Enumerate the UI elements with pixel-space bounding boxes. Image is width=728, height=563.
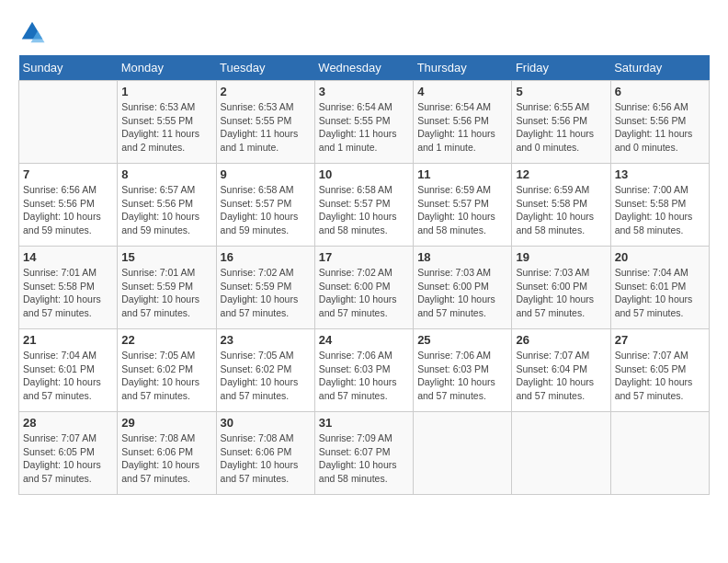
day-number: 8 bbox=[121, 167, 211, 181]
col-header-saturday: Saturday bbox=[610, 55, 709, 81]
day-number: 11 bbox=[417, 167, 507, 181]
header-row: SundayMondayTuesdayWednesdayThursdayFrid… bbox=[19, 55, 710, 81]
day-info: Sunrise: 7:05 AM Sunset: 6:02 PM Dayligh… bbox=[121, 349, 211, 403]
day-number: 3 bbox=[319, 85, 409, 98]
calendar-cell: 17Sunrise: 7:02 AM Sunset: 6:00 PM Dayli… bbox=[314, 247, 413, 329]
day-info: Sunrise: 7:07 AM Sunset: 6:04 PM Dayligh… bbox=[516, 349, 606, 403]
day-info: Sunrise: 6:56 AM Sunset: 5:56 PM Dayligh… bbox=[23, 183, 113, 237]
day-number: 29 bbox=[121, 416, 211, 430]
day-info: Sunrise: 7:01 AM Sunset: 5:59 PM Dayligh… bbox=[121, 266, 211, 320]
calendar-cell: 26Sunrise: 7:07 AM Sunset: 6:04 PM Dayli… bbox=[512, 329, 610, 412]
day-number: 20 bbox=[615, 250, 705, 264]
day-number: 24 bbox=[319, 333, 409, 347]
calendar-cell: 22Sunrise: 7:05 AM Sunset: 6:02 PM Dayli… bbox=[118, 329, 216, 412]
calendar-cell: 12Sunrise: 6:59 AM Sunset: 5:58 PM Dayli… bbox=[512, 164, 610, 247]
calendar-cell: 24Sunrise: 7:06 AM Sunset: 6:03 PM Dayli… bbox=[314, 329, 413, 412]
day-number: 4 bbox=[417, 85, 507, 98]
col-header-wednesday: Wednesday bbox=[314, 55, 413, 81]
calendar-cell: 7Sunrise: 6:56 AM Sunset: 5:56 PM Daylig… bbox=[19, 164, 118, 247]
col-header-sunday: Sunday bbox=[19, 55, 118, 81]
day-info: Sunrise: 7:06 AM Sunset: 6:03 PM Dayligh… bbox=[417, 349, 507, 403]
day-number: 18 bbox=[417, 250, 507, 264]
calendar-cell: 11Sunrise: 6:59 AM Sunset: 5:57 PM Dayli… bbox=[414, 164, 512, 247]
week-row-1: 1Sunrise: 6:53 AM Sunset: 5:55 PM Daylig… bbox=[19, 81, 710, 164]
logo-icon bbox=[18, 18, 46, 46]
day-info: Sunrise: 6:54 AM Sunset: 5:55 PM Dayligh… bbox=[319, 100, 409, 155]
day-info: Sunrise: 7:05 AM Sunset: 6:02 PM Dayligh… bbox=[221, 349, 311, 403]
day-info: Sunrise: 7:00 AM Sunset: 5:58 PM Dayligh… bbox=[615, 183, 705, 237]
day-number: 13 bbox=[615, 167, 705, 181]
day-number: 19 bbox=[516, 250, 606, 264]
week-row-3: 14Sunrise: 7:01 AM Sunset: 5:58 PM Dayli… bbox=[19, 247, 710, 329]
calendar-cell: 10Sunrise: 6:58 AM Sunset: 5:57 PM Dayli… bbox=[314, 164, 413, 247]
day-number: 1 bbox=[121, 85, 211, 98]
day-info: Sunrise: 7:03 AM Sunset: 6:00 PM Dayligh… bbox=[516, 266, 606, 320]
calendar-cell: 21Sunrise: 7:04 AM Sunset: 6:01 PM Dayli… bbox=[19, 329, 118, 412]
day-number: 7 bbox=[23, 167, 113, 181]
day-number: 16 bbox=[221, 250, 311, 264]
day-info: Sunrise: 6:54 AM Sunset: 5:56 PM Dayligh… bbox=[417, 100, 507, 155]
logo bbox=[18, 18, 50, 46]
calendar-table: SundayMondayTuesdayWednesdayThursdayFrid… bbox=[18, 55, 710, 495]
day-number: 26 bbox=[516, 333, 606, 347]
calendar-cell: 27Sunrise: 7:07 AM Sunset: 6:05 PM Dayli… bbox=[610, 329, 709, 412]
day-info: Sunrise: 7:04 AM Sunset: 6:01 PM Dayligh… bbox=[23, 349, 113, 403]
day-number: 30 bbox=[221, 416, 311, 430]
day-info: Sunrise: 7:03 AM Sunset: 6:00 PM Dayligh… bbox=[417, 266, 507, 320]
calendar-cell bbox=[19, 81, 118, 164]
calendar-cell: 5Sunrise: 6:55 AM Sunset: 5:56 PM Daylig… bbox=[512, 81, 610, 164]
day-number: 2 bbox=[221, 85, 311, 98]
calendar-cell: 30Sunrise: 7:08 AM Sunset: 6:06 PM Dayli… bbox=[216, 412, 314, 495]
calendar-cell bbox=[414, 412, 512, 495]
calendar-cell: 19Sunrise: 7:03 AM Sunset: 6:00 PM Dayli… bbox=[512, 247, 610, 329]
day-info: Sunrise: 7:01 AM Sunset: 5:58 PM Dayligh… bbox=[23, 266, 113, 320]
calendar-cell: 8Sunrise: 6:57 AM Sunset: 5:56 PM Daylig… bbox=[118, 164, 216, 247]
day-info: Sunrise: 6:57 AM Sunset: 5:56 PM Dayligh… bbox=[121, 183, 211, 237]
day-info: Sunrise: 7:04 AM Sunset: 6:01 PM Dayligh… bbox=[615, 266, 705, 320]
calendar-cell: 13Sunrise: 7:00 AM Sunset: 5:58 PM Dayli… bbox=[610, 164, 709, 247]
calendar-cell: 15Sunrise: 7:01 AM Sunset: 5:59 PM Dayli… bbox=[118, 247, 216, 329]
col-header-monday: Monday bbox=[118, 55, 216, 81]
day-number: 14 bbox=[23, 250, 113, 264]
day-info: Sunrise: 6:53 AM Sunset: 5:55 PM Dayligh… bbox=[221, 100, 311, 155]
day-info: Sunrise: 7:02 AM Sunset: 5:59 PM Dayligh… bbox=[221, 266, 311, 320]
calendar-cell: 3Sunrise: 6:54 AM Sunset: 5:55 PM Daylig… bbox=[314, 81, 413, 164]
week-row-2: 7Sunrise: 6:56 AM Sunset: 5:56 PM Daylig… bbox=[19, 164, 710, 247]
calendar-cell: 4Sunrise: 6:54 AM Sunset: 5:56 PM Daylig… bbox=[414, 81, 512, 164]
calendar-cell: 9Sunrise: 6:58 AM Sunset: 5:57 PM Daylig… bbox=[216, 164, 314, 247]
calendar-cell bbox=[512, 412, 610, 495]
calendar-cell bbox=[610, 412, 709, 495]
calendar-cell: 20Sunrise: 7:04 AM Sunset: 6:01 PM Dayli… bbox=[610, 247, 709, 329]
day-number: 5 bbox=[516, 85, 606, 98]
calendar-cell: 16Sunrise: 7:02 AM Sunset: 5:59 PM Dayli… bbox=[216, 247, 314, 329]
calendar-cell: 23Sunrise: 7:05 AM Sunset: 6:02 PM Dayli… bbox=[216, 329, 314, 412]
day-info: Sunrise: 6:58 AM Sunset: 5:57 PM Dayligh… bbox=[221, 183, 311, 237]
week-row-5: 28Sunrise: 7:07 AM Sunset: 6:05 PM Dayli… bbox=[19, 412, 710, 495]
day-number: 9 bbox=[221, 167, 311, 181]
col-header-tuesday: Tuesday bbox=[216, 55, 314, 81]
day-number: 28 bbox=[23, 416, 113, 430]
calendar-cell: 18Sunrise: 7:03 AM Sunset: 6:00 PM Dayli… bbox=[414, 247, 512, 329]
day-info: Sunrise: 7:08 AM Sunset: 6:06 PM Dayligh… bbox=[121, 431, 211, 486]
day-number: 22 bbox=[121, 333, 211, 347]
day-info: Sunrise: 7:06 AM Sunset: 6:03 PM Dayligh… bbox=[319, 349, 409, 403]
calendar-cell: 1Sunrise: 6:53 AM Sunset: 5:55 PM Daylig… bbox=[118, 81, 216, 164]
day-info: Sunrise: 7:02 AM Sunset: 6:00 PM Dayligh… bbox=[319, 266, 409, 320]
day-number: 25 bbox=[417, 333, 507, 347]
day-info: Sunrise: 7:09 AM Sunset: 6:07 PM Dayligh… bbox=[319, 431, 409, 486]
week-row-4: 21Sunrise: 7:04 AM Sunset: 6:01 PM Dayli… bbox=[19, 329, 710, 412]
day-number: 17 bbox=[319, 250, 409, 264]
day-number: 15 bbox=[121, 250, 211, 264]
calendar-cell: 14Sunrise: 7:01 AM Sunset: 5:58 PM Dayli… bbox=[19, 247, 118, 329]
day-info: Sunrise: 7:08 AM Sunset: 6:06 PM Dayligh… bbox=[221, 431, 311, 486]
calendar-cell: 2Sunrise: 6:53 AM Sunset: 5:55 PM Daylig… bbox=[216, 81, 314, 164]
day-number: 31 bbox=[319, 416, 409, 430]
col-header-thursday: Thursday bbox=[414, 55, 512, 81]
day-info: Sunrise: 6:59 AM Sunset: 5:58 PM Dayligh… bbox=[516, 183, 606, 237]
day-number: 23 bbox=[221, 333, 311, 347]
day-number: 10 bbox=[319, 167, 409, 181]
day-number: 12 bbox=[516, 167, 606, 181]
calendar-cell: 29Sunrise: 7:08 AM Sunset: 6:06 PM Dayli… bbox=[118, 412, 216, 495]
calendar-cell: 6Sunrise: 6:56 AM Sunset: 5:56 PM Daylig… bbox=[610, 81, 709, 164]
day-info: Sunrise: 6:53 AM Sunset: 5:55 PM Dayligh… bbox=[121, 100, 211, 155]
